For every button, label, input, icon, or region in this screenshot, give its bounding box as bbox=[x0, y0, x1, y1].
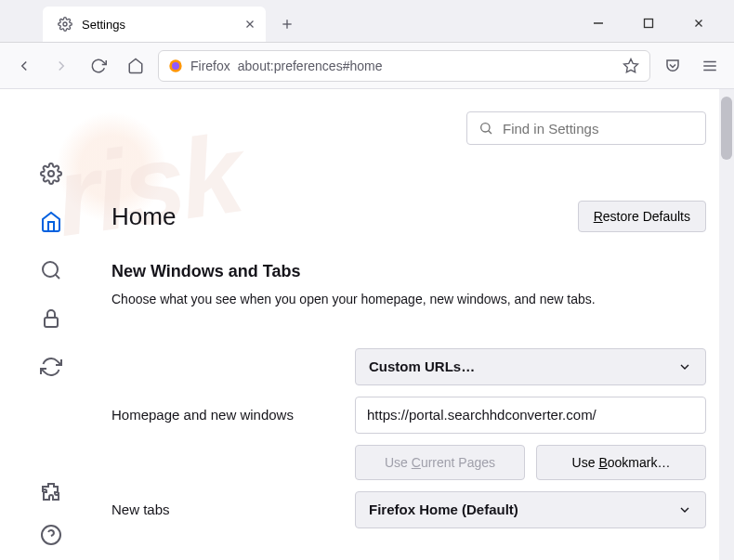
scrollbar-thumb[interactable] bbox=[721, 97, 732, 160]
svg-point-15 bbox=[48, 171, 54, 176]
pocket-button[interactable] bbox=[658, 51, 688, 81]
section-heading: New Windows and Tabs bbox=[111, 262, 706, 281]
settings-search[interactable] bbox=[466, 111, 706, 145]
svg-rect-6 bbox=[645, 20, 653, 28]
plus-icon bbox=[280, 17, 295, 32]
newtabs-dropdown[interactable]: Firefox Home (Default) bbox=[355, 491, 706, 528]
svg-point-21 bbox=[481, 124, 490, 132]
home-button[interactable] bbox=[121, 51, 151, 81]
svg-point-16 bbox=[43, 262, 58, 277]
newtabs-label: New tabs bbox=[111, 501, 342, 517]
svg-rect-18 bbox=[45, 318, 58, 327]
homepage-label: Homepage and new windows bbox=[111, 407, 342, 423]
scrollbar[interactable] bbox=[719, 89, 734, 560]
svg-line-22 bbox=[489, 131, 492, 134]
homepage-mode-dropdown[interactable]: Custom URLs… bbox=[355, 348, 706, 385]
title-bar: Settings bbox=[0, 0, 734, 43]
restore-defaults-button[interactable]: Restore Defaults bbox=[578, 201, 706, 232]
nav-toolbar: Firefox about:preferences#home bbox=[0, 43, 734, 89]
minimize-button[interactable] bbox=[585, 10, 611, 36]
sidebar-general[interactable] bbox=[39, 162, 63, 186]
settings-search-input[interactable] bbox=[503, 121, 694, 137]
settings-main: Home Restore Defaults New Windows and Ta… bbox=[102, 89, 734, 560]
app-menu-button[interactable] bbox=[695, 51, 725, 81]
window-controls bbox=[585, 10, 728, 42]
browser-tab[interactable]: Settings bbox=[43, 7, 266, 42]
tab-label: Settings bbox=[82, 18, 125, 32]
maximize-button[interactable] bbox=[636, 10, 662, 36]
svg-line-17 bbox=[56, 275, 59, 279]
dropdown-label: Custom URLs… bbox=[369, 358, 475, 374]
page-title: Home bbox=[111, 202, 176, 231]
url-bar[interactable]: Firefox about:preferences#home bbox=[158, 50, 650, 82]
firefox-icon bbox=[168, 59, 183, 73]
svg-point-0 bbox=[63, 22, 67, 26]
dropdown-label: Firefox Home (Default) bbox=[369, 501, 518, 517]
homepage-url-input[interactable] bbox=[355, 397, 706, 434]
sidebar-sync[interactable] bbox=[39, 355, 63, 379]
sidebar-home[interactable] bbox=[39, 210, 63, 234]
svg-point-10 bbox=[172, 62, 179, 70]
svg-marker-11 bbox=[624, 59, 638, 72]
reload-button[interactable] bbox=[84, 51, 113, 81]
url-text: about:preferences#home bbox=[238, 59, 614, 73]
chevron-down-icon bbox=[677, 359, 692, 374]
forward-button[interactable] bbox=[46, 51, 76, 81]
sidebar-help[interactable] bbox=[39, 523, 63, 547]
use-current-pages-button[interactable]: Use Current Pages bbox=[355, 445, 525, 480]
new-tab-button[interactable] bbox=[273, 10, 301, 38]
settings-sidebar bbox=[0, 89, 102, 560]
sidebar-extensions[interactable] bbox=[39, 480, 63, 504]
sidebar-search[interactable] bbox=[39, 258, 63, 282]
search-icon bbox=[478, 121, 493, 136]
section-description: Choose what you see when you open your h… bbox=[111, 291, 706, 309]
gear-icon bbox=[58, 17, 72, 32]
url-brand: Firefox bbox=[190, 59, 230, 73]
back-button[interactable] bbox=[9, 51, 39, 81]
close-window-button[interactable] bbox=[686, 10, 712, 36]
sidebar-privacy[interactable] bbox=[39, 306, 63, 331]
close-icon[interactable] bbox=[243, 18, 256, 31]
chevron-down-icon bbox=[677, 502, 692, 517]
use-bookmark-button[interactable]: Use Bookmark… bbox=[536, 445, 706, 480]
content-area: Home Restore Defaults New Windows and Ta… bbox=[0, 89, 734, 560]
bookmark-star-button[interactable] bbox=[622, 57, 640, 75]
